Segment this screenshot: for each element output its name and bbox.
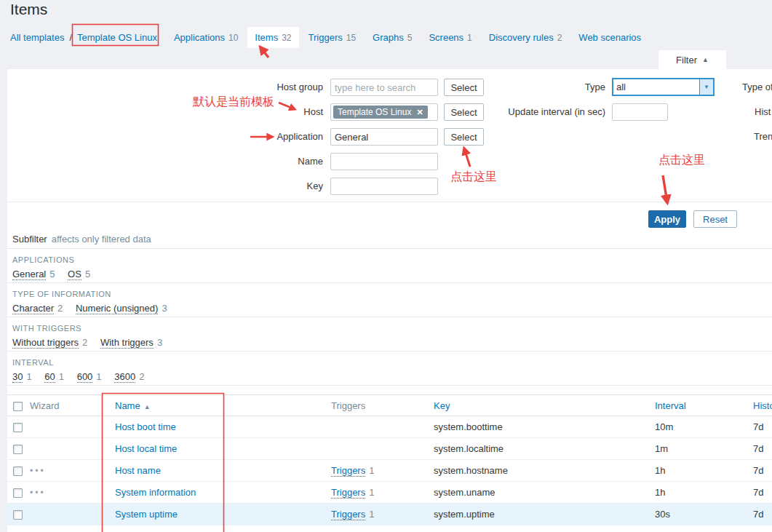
breadcrumb-template-os-linux[interactable]: Template OS Linux [77,32,157,43]
subfilter-link-character[interactable]: Character [12,303,54,314]
triggers-link[interactable]: Triggers [331,465,365,477]
tab-graphs[interactable]: Graphs5 [365,27,419,48]
tab-count: 15 [346,33,356,43]
tab-label: Items [255,32,278,43]
item-interval: 1m [645,438,743,460]
subfilter-group-type-of-information: TYPE OF INFORMATION Character2 Numeric (… [7,283,772,317]
wizard-menu-icon[interactable]: ••• [30,466,46,476]
subfilter-group-with-triggers: WITH TRIGGERS Without triggers2 With tri… [7,317,772,352]
table-row: ••• Host name Triggers1 system.hostname … [7,460,772,482]
subfilter-count: 2 [139,371,144,382]
page-title: Items [10,1,47,18]
item-interval: 30s [645,504,743,525]
table-row: Host local time system.localtime 1m 7d [7,438,772,460]
subfilter-link-600[interactable]: 600 [77,371,93,383]
filter-footer-divider [7,202,772,202]
item-history: 7d [743,482,772,504]
tab-label: Applications [174,32,225,43]
filter-toggle-tab[interactable]: Filter ▲ [658,50,726,69]
subfilter-link-general[interactable]: General [12,269,46,280]
subfilter-link-os[interactable]: OS [68,269,81,280]
tab-discovery-rules[interactable]: Discovery rules2 [482,27,570,48]
item-key: system.localtime [429,438,645,460]
subfilter-count: 2 [57,303,63,314]
select-all-checkbox[interactable] [13,402,23,411]
table-row: ••• System information Triggers1 system.… [7,482,772,504]
subfilter-heading: TYPE OF INFORMATION [12,290,772,298]
subfilter-link-numeric-unsigned[interactable]: Numeric (unsigned) [76,303,158,314]
subfilter-count: 1 [59,371,64,382]
row-checkbox[interactable] [13,510,23,520]
name-label: Name [170,153,323,170]
host-chip[interactable]: Template OS Linux ✕ [333,106,428,119]
triggers-link[interactable]: Triggers [331,509,365,520]
item-key: system.uname [429,482,645,504]
tab-count: 32 [282,33,291,43]
tab-count: 5 [407,33,413,43]
tab-triggers[interactable]: Triggers15 [301,27,364,48]
row-checkbox[interactable] [13,467,23,476]
column-header-key[interactable]: Key [434,400,450,411]
subfilter-link-60[interactable]: 60 [44,371,55,383]
item-interval: 1h [645,482,743,504]
subfilter-group-applications: APPLICATIONS General5 OS5 [7,249,772,283]
subfilter-heading: INTERVAL [12,358,772,367]
host-group-input[interactable] [330,79,438,96]
host-input[interactable]: Template OS Linux ✕ [330,103,438,121]
item-link[interactable]: Host local time [115,443,177,454]
item-history: 7d [743,416,772,438]
triggers-count: 1 [369,509,374,520]
apply-button[interactable]: Apply [648,210,686,228]
trends-label-cut: Tren [754,131,772,143]
triggers-link[interactable]: Triggers [331,487,365,499]
subfilter-subtitle: affects only filtered data [52,234,151,245]
item-history: 7d [743,504,772,525]
key-label: Key [170,178,323,195]
name-input[interactable] [330,153,438,170]
tab-web-scenarios[interactable]: Web scenarios [571,27,648,48]
key-input[interactable] [330,178,438,195]
tab-applications[interactable]: Applications10 [167,27,245,48]
tab-screens[interactable]: Screens1 [421,27,479,48]
column-header-history[interactable]: History [753,400,772,411]
main-panel: Host group Select Host Template OS Linux… [7,69,772,532]
collapse-up-icon: ▲ [702,56,709,63]
reset-button[interactable]: Reset [693,210,737,228]
breadcrumb-all-templates[interactable]: All templates [10,32,64,43]
column-header-name[interactable]: Name [115,400,140,411]
chip-remove-icon[interactable]: ✕ [416,108,423,117]
type-dropdown[interactable]: all ▼ [612,78,715,96]
item-interval: 1h [645,460,743,482]
type-of-information-label-cut: Type of [742,82,772,93]
tab-items[interactable]: Items32 [247,27,298,48]
table-header-row: Wizard Name▲ Triggers Key Interval Histo… [7,395,772,416]
host-group-label: Host group [170,79,323,96]
update-interval-input[interactable] [612,103,668,121]
row-checkbox[interactable] [13,423,23,432]
subfilter-link-with-triggers[interactable]: With triggers [100,337,154,349]
breadcrumb-separator: / [69,32,72,43]
tab-count: 2 [557,33,562,43]
application-input[interactable] [330,128,438,146]
host-label: Host [170,103,323,121]
wizard-menu-icon[interactable]: ••• [30,488,46,498]
breadcrumb: All templates / Template OS Linux Applic… [10,27,650,48]
item-link[interactable]: Host boot time [115,421,176,432]
column-header-interval[interactable]: Interval [655,400,686,411]
subfilter-link-30[interactable]: 30 [12,371,23,383]
subfilter-title: Subfilter [12,234,47,245]
item-link[interactable]: System uptime [115,509,178,520]
subfilter-link-3600[interactable]: 3600 [114,371,135,383]
row-checkbox[interactable] [13,445,23,454]
row-checkbox[interactable] [13,488,23,498]
dropdown-arrow-icon[interactable]: ▼ [699,79,713,95]
application-label: Application [170,128,323,146]
subfilter-link-without-triggers[interactable]: Without triggers [12,337,79,349]
item-link[interactable]: Host name [115,465,161,476]
item-key: system.boottime [429,416,645,438]
item-link[interactable]: System information [115,487,196,498]
application-select-button[interactable]: Select [444,128,484,146]
subfilter-header: Subfilter affects only filtered data [7,230,772,249]
items-table: Wizard Name▲ Triggers Key Interval Histo… [7,394,772,525]
item-interval: 10m [645,416,743,438]
